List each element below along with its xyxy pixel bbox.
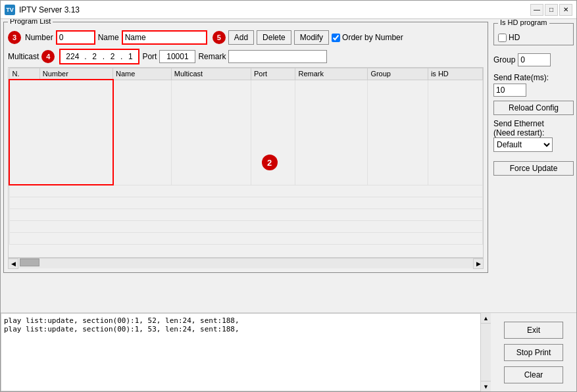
log-vscrollbar: ▲ ▼ xyxy=(480,313,491,391)
col-multicast: Multicast xyxy=(171,68,251,80)
log-area: play list:update, section(00):1, 52, len… xyxy=(1,313,491,391)
close-button[interactable]: ✕ xyxy=(559,4,572,16)
order-by-number-label[interactable]: Order by Number xyxy=(332,33,403,42)
col-n: N. xyxy=(9,68,39,80)
table-row xyxy=(9,80,483,185)
multicast-input-3[interactable] xyxy=(105,50,120,63)
remark-label: Remark xyxy=(198,52,226,61)
remark-input[interactable] xyxy=(228,50,327,63)
port-input[interactable] xyxy=(159,50,195,63)
table-container: N. Number Name Multicast Port Remark Gro… xyxy=(8,67,484,258)
badge-5: 5 xyxy=(213,31,226,44)
table-row xyxy=(9,232,483,244)
group-field: Group xyxy=(493,53,574,66)
multicast-label: Multicast xyxy=(8,52,39,61)
order-by-number-checkbox[interactable] xyxy=(332,34,340,42)
reload-config-button[interactable]: Reload Config xyxy=(493,101,574,115)
hd-group: Is HD program HD xyxy=(493,23,574,45)
send-ethernet-label: Send Ethernet xyxy=(493,119,574,128)
cell-ishd xyxy=(428,80,482,185)
send-rate-input[interactable] xyxy=(493,84,526,97)
badge-4: 4 xyxy=(41,50,55,63)
send-rate-label: Send Rate(ms): xyxy=(493,73,574,82)
multicast-input-2[interactable] xyxy=(87,50,103,63)
cell-multicast xyxy=(171,80,251,185)
need-restart-label: (Need restart): xyxy=(493,128,574,137)
col-port: Port xyxy=(251,68,295,80)
col-remark: Remark xyxy=(295,68,368,80)
app-icon: TV xyxy=(5,5,15,15)
window-title: IPTV Server 3.13 xyxy=(19,5,530,14)
log-scroll-track xyxy=(481,324,491,381)
cell-group xyxy=(368,80,428,185)
scroll-right-arrow[interactable]: ▶ xyxy=(473,258,484,269)
hd-checkbox-label[interactable]: HD xyxy=(498,33,569,42)
hscroll-thumb[interactable] xyxy=(20,258,39,266)
col-group: Group xyxy=(368,68,428,80)
main-window: TV IPTV Server 3.13 — □ ✕ Program List 3… xyxy=(0,0,577,392)
log-scroll-down[interactable]: ▼ xyxy=(481,381,491,391)
delete-button[interactable]: Delete xyxy=(257,30,291,45)
multicast-input-1[interactable] xyxy=(61,50,84,63)
stop-print-button[interactable]: Stop Print xyxy=(504,344,563,361)
port-label: Port xyxy=(142,52,157,61)
minimize-button[interactable]: — xyxy=(530,4,543,16)
program-table: N. Number Name Multicast Port Remark Gro… xyxy=(9,68,483,245)
table-row xyxy=(9,185,483,197)
table-row xyxy=(9,197,483,208)
col-number: Number xyxy=(39,68,113,80)
bottom-section: play list:update, section(00):1, 52, len… xyxy=(1,312,576,391)
horizontal-scrollbar: ◀ ▶ xyxy=(8,258,484,268)
title-bar: TV IPTV Server 3.13 — □ ✕ xyxy=(1,1,576,19)
right-panel: Is HD program HD Group Send Rate(ms): Re… xyxy=(491,19,576,312)
multicast-input-4[interactable] xyxy=(122,50,138,63)
add-button[interactable]: Add xyxy=(228,30,254,45)
program-list-group: Program List 3 Number Name 5 Add xyxy=(3,22,488,273)
table-row xyxy=(9,208,483,220)
table-header-row: N. Number Name Multicast Port Remark Gro… xyxy=(9,68,483,80)
name-input[interactable] xyxy=(122,30,207,45)
number-label: Number xyxy=(25,33,53,42)
cell-n xyxy=(9,80,113,185)
bottom-buttons: Exit Stop Print Clear xyxy=(491,313,576,391)
main-content: Program List 3 Number Name 5 Add xyxy=(1,19,576,312)
col-name: Name xyxy=(113,68,172,80)
ethernet-dropdown[interactable]: Default xyxy=(493,137,553,152)
window-controls: — □ ✕ xyxy=(530,4,572,16)
exit-button[interactable]: Exit xyxy=(504,322,563,339)
modify-button[interactable]: Modify xyxy=(294,30,329,45)
top-controls-row: 3 Number Name 5 Add Delete Modify xyxy=(8,30,484,45)
send-rate-container: Send Rate(ms): xyxy=(493,70,574,97)
table-scroll-area[interactable]: N. Number Name Multicast Port Remark Gro… xyxy=(9,68,483,257)
group-input[interactable] xyxy=(518,53,551,66)
clear-button[interactable]: Clear xyxy=(504,366,563,383)
hscroll-track[interactable] xyxy=(18,258,473,268)
send-ethernet-container: Send Ethernet (Need restart): Default xyxy=(493,119,574,152)
hd-group-label: Is HD program xyxy=(498,19,549,26)
force-update-button[interactable]: Force Update xyxy=(493,161,574,176)
badge-3: 3 xyxy=(8,31,21,44)
name-label: Name xyxy=(98,33,119,42)
badge-2-container: 2 xyxy=(262,155,278,170)
log-textarea[interactable]: play list:update, section(00):1, 52, len… xyxy=(1,313,491,391)
scroll-left-arrow[interactable]: ◀ xyxy=(8,258,18,269)
number-input[interactable] xyxy=(56,30,95,45)
badge-2: 2 xyxy=(262,155,278,170)
left-panel: Program List 3 Number Name 5 Add xyxy=(1,19,491,312)
table-row xyxy=(9,220,483,232)
cell-remark xyxy=(295,80,368,185)
col-ishd: is HD xyxy=(428,68,482,80)
program-list-label: Program List xyxy=(8,19,53,25)
cell-name xyxy=(113,80,172,185)
multicast-input-group: . . . xyxy=(59,49,139,64)
maximize-button[interactable]: □ xyxy=(545,4,558,16)
hd-checkbox[interactable] xyxy=(498,34,507,42)
multicast-row: Multicast 4 . . . Port xyxy=(8,49,484,64)
log-scroll-up[interactable]: ▲ xyxy=(481,313,491,324)
